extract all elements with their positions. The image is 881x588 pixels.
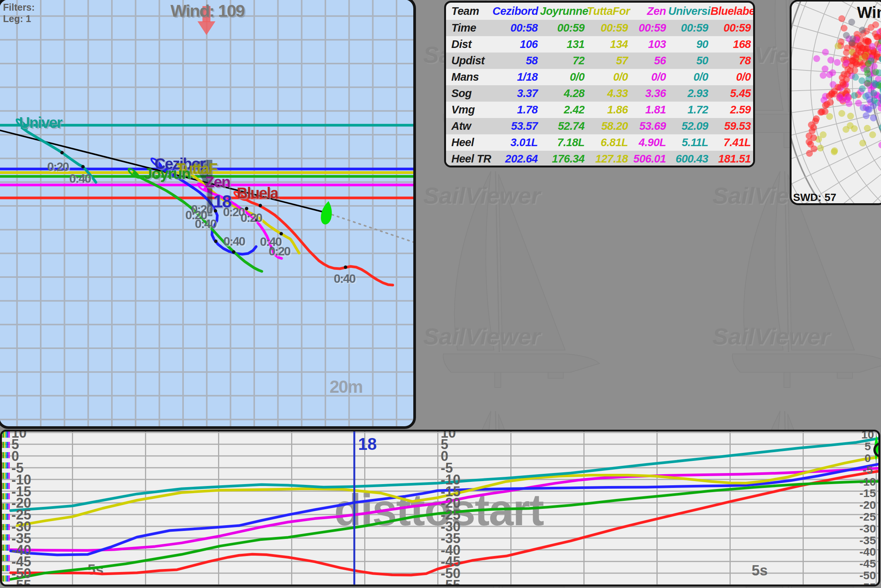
- svg-text:-10: -10: [859, 475, 876, 488]
- svg-text:-50: -50: [859, 569, 876, 582]
- svg-text:SWD: 57: SWD: 57: [793, 191, 836, 203]
- svg-text:-55: -55: [859, 581, 876, 585]
- svg-text:Wind: Wind: [857, 3, 881, 21]
- svg-text:0:40: 0:40: [223, 234, 245, 248]
- svg-text:-15: -15: [859, 487, 876, 499]
- svg-text:Leg: 1: Leg: 1: [3, 13, 31, 24]
- svg-text:5s: 5s: [88, 562, 104, 578]
- svg-text:Filters:: Filters:: [3, 2, 35, 13]
- svg-text:-20: -20: [859, 499, 876, 511]
- svg-text:SailViewer: SailViewer: [712, 323, 831, 349]
- svg-text:Zen: Zen: [205, 174, 230, 190]
- svg-text:-40: -40: [859, 545, 876, 558]
- svg-text:Joyrun: Joyrun: [144, 165, 190, 182]
- svg-text:5: 5: [865, 440, 871, 453]
- svg-text:0: 0: [865, 452, 871, 464]
- svg-text:5s: 5s: [752, 563, 768, 578]
- svg-text:0:40: 0:40: [69, 172, 91, 185]
- svg-text:0:40: 0:40: [195, 217, 217, 231]
- svg-text:-45: -45: [859, 557, 876, 570]
- svg-text:20m: 20m: [330, 377, 362, 397]
- svg-text:Bluela: Bluela: [237, 185, 279, 201]
- svg-text:-5: -5: [863, 464, 873, 476]
- svg-text:0:20: 0:20: [47, 160, 69, 174]
- svg-text:SailViewer: SailViewer: [423, 182, 542, 209]
- svg-text:Univer: Univer: [19, 114, 62, 131]
- svg-text:-25: -25: [859, 510, 876, 523]
- svg-text:-35: -35: [859, 534, 876, 547]
- svg-text:Wind: 109: Wind: 109: [170, 1, 245, 21]
- svg-text:SailViewer: SailViewer: [423, 323, 542, 349]
- svg-text:0:40: 0:40: [334, 272, 355, 285]
- svg-text:10: 10: [861, 432, 874, 441]
- svg-text:-55: -55: [11, 577, 31, 585]
- svg-text:18: 18: [358, 435, 377, 453]
- svg-text:-55: -55: [441, 577, 460, 585]
- svg-text:0:20: 0:20: [241, 211, 262, 225]
- svg-text:0:20: 0:20: [269, 244, 290, 258]
- svg-text:-30: -30: [859, 522, 876, 535]
